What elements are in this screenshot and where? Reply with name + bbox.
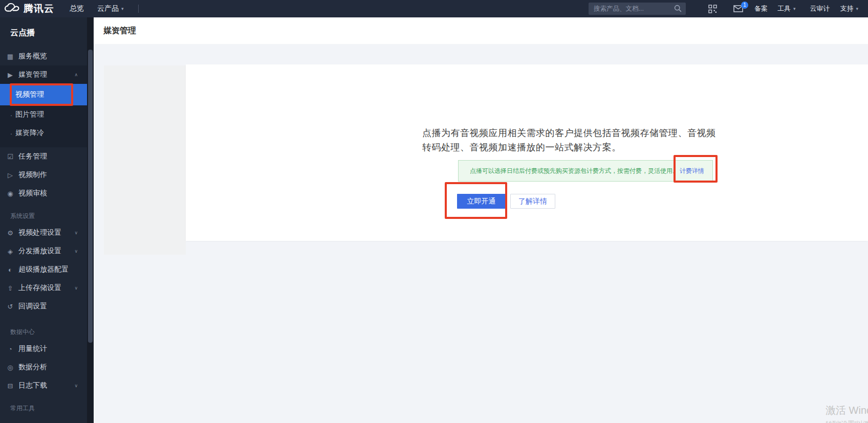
calendar-icon: ⊟ [6, 382, 14, 390]
sidebar-item-data-analysis[interactable]: ◎数据分析 [0, 358, 87, 376]
sidebar-item-label: 任务管理 [18, 152, 47, 161]
learn-more-button[interactable]: 了解详情 [510, 194, 555, 209]
sidebar-item-label: 视频制作 [18, 170, 47, 180]
sidebar-group-media-management: ▶媒资管理∧·视频管理·图片管理·媒资降冷 [0, 65, 87, 147]
sidebar-item-label: 数据分析 [18, 363, 47, 372]
sidebar-item-task-management[interactable]: ☑任务管理 [0, 147, 87, 166]
watermark-line1: 激活 Windows [826, 404, 868, 417]
sidebar-item-label: 视频管理 [15, 90, 44, 99]
search-box [589, 3, 686, 15]
chevron-up-icon: ∧ [74, 72, 78, 77]
play-outline-icon: ▷ [6, 171, 14, 179]
page-header-bar: 媒资管理 [94, 17, 868, 44]
service-description: 点播为有音视频应用相关需求的客户提供包括音视频存储管理、音视频 转码处理、音视频… [422, 126, 750, 154]
nav-tools[interactable]: 工具 ▾ [777, 4, 796, 13]
sidebar-item-super-player-config[interactable]: ◐超级播放器配置 [0, 260, 87, 279]
billing-detail-link[interactable]: 计费详情 [680, 167, 704, 175]
nav-cloud-products[interactable]: 云产品 ▾ [97, 4, 124, 13]
qr-scan-icon[interactable] [708, 5, 717, 13]
sidebar-item-label: 日志下载 [18, 381, 47, 390]
sidebar-item-label: 服务概览 [18, 52, 47, 61]
sidebar-section-common-tools: 常用工具 [0, 395, 87, 416]
upload-icon: ⇧ [6, 284, 14, 292]
chevron-down-icon: ∨ [74, 230, 78, 235]
billing-tip-text: 点播可以选择日结后付费或预先购买资源包计费方式，按需付费，灵活使用。 [470, 167, 679, 175]
chevron-down-icon: ∨ [74, 383, 78, 388]
billing-tip-banner: 点播可以选择日结后付费或预先购买资源包计费方式，按需付费，灵活使用。 计费详情 [458, 160, 713, 182]
pie-chart-icon: ◔ [6, 345, 14, 353]
callback-icon: ↺ [6, 303, 14, 310]
caret-down-icon: ▾ [121, 6, 124, 11]
content-left-panel [104, 65, 186, 255]
tencent-cloud-console: 腾讯云 总览 云产品 ▾ [0, 0, 868, 423]
sidebar-item-image-management[interactable]: ·图片管理 [0, 105, 87, 124]
sidebar-item-media-cooling[interactable]: ·媒资降冷 [0, 124, 87, 142]
service-description-line2: 转码处理、音视频加速播放的一站式解决方案。 [422, 140, 750, 154]
sidebar-item-label: 图片管理 [15, 110, 44, 119]
logo-text: 腾讯云 [24, 2, 54, 15]
sidebar-item-label: 超级播放器配置 [18, 265, 69, 274]
page-title: 媒资管理 [94, 17, 868, 44]
sidebar-item-label: 分发播放设置 [18, 247, 61, 256]
sidebar-menu: ▦服务概览▶媒资管理∧·视频管理·图片管理·媒资降冷☑任务管理▷视频制作◉视频审… [0, 47, 87, 416]
caret-down-icon: ▾ [793, 6, 796, 11]
sidebar-item-service-overview[interactable]: ▦服务概览 [0, 47, 87, 65]
sidebar-item-usage-statistics[interactable]: ◔用量统计 [0, 340, 87, 358]
sidebar-product-title: 云点播 [0, 17, 87, 47]
search-icon[interactable] [674, 5, 682, 14]
caret-down-icon: ▾ [856, 6, 858, 11]
analytics-icon: ◎ [6, 364, 14, 371]
sidebar-item-log-download[interactable]: ⊟日志下载∨ [0, 376, 87, 395]
sidebar-scrollbar-thumb[interactable] [88, 50, 93, 343]
sidebar-item-label: 用量统计 [18, 344, 47, 353]
grid-icon: ▦ [6, 53, 14, 60]
nav-beian[interactable]: 备案 [754, 4, 768, 13]
bullet-icon: · [7, 91, 15, 99]
distribution-icon: ◈ [6, 248, 14, 255]
windows-activation-watermark: 激活 Windows 转到“设置”以激活 Windows。 [826, 404, 868, 423]
mail-icon[interactable]: 1 [733, 5, 743, 12]
top-navigation-bar: 腾讯云 总览 云产品 ▾ [0, 0, 868, 17]
checklist-icon: ☑ [6, 153, 14, 161]
play-circle-icon: ◉ [6, 190, 14, 197]
sidebar-item-distribution-playback-settings[interactable]: ◈分发播放设置∨ [0, 242, 87, 260]
mail-badge: 1 [741, 2, 748, 9]
nav-cloud-audit[interactable]: 云审计 [810, 4, 830, 13]
chevron-down-icon: ∨ [74, 249, 78, 254]
sidebar-item-video-production[interactable]: ▷视频制作 [0, 166, 87, 184]
service-description-line1: 点播为有音视频应用相关需求的客户提供包括音视频存储管理、音视频 [422, 126, 750, 140]
sidebar-section-system-settings: 系统设置 [0, 203, 87, 224]
sidebar-scrollbar-track [87, 17, 94, 423]
search-input[interactable] [589, 3, 686, 15]
sidebar-item-callback-settings[interactable]: ↺回调设置 [0, 297, 87, 316]
chevron-down-icon: ∨ [74, 285, 78, 291]
sidebar-item-video-management[interactable]: ·视频管理 [0, 84, 87, 105]
gear-icon: ⚙ [6, 229, 14, 237]
nav-support[interactable]: 支持 ▾ [840, 4, 858, 13]
video-icon: ▶ [6, 71, 14, 79]
sidebar-item-media-management[interactable]: ▶媒资管理∧ [0, 65, 87, 84]
sidebar-item-label: 上传存储设置 [18, 283, 61, 293]
vod-sidebar: 云点播 ▦服务概览▶媒资管理∧·视频管理·图片管理·媒资降冷☑任务管理▷视频制作… [0, 17, 87, 423]
tencent-cloud-logo-icon [4, 3, 19, 15]
player-config-icon: ◐ [6, 266, 14, 274]
sidebar-item-video-review[interactable]: ◉视频审核 [0, 184, 87, 203]
activate-now-button[interactable]: 立即开通 [457, 194, 506, 209]
sidebar-section-data-center: 数据中心 [0, 316, 87, 340]
topbar-divider [138, 5, 139, 13]
sidebar-item-label: 视频处理设置 [18, 228, 61, 237]
sidebar-item-label: 媒资管理 [18, 70, 47, 79]
sidebar-item-label: 回调设置 [18, 302, 47, 311]
sidebar-item-label: 媒资降冷 [15, 128, 44, 138]
watermark-line2: 转到“设置”以激活 Windows。 [826, 419, 868, 423]
nav-overview[interactable]: 总览 [70, 4, 84, 13]
sidebar-item-video-processing-settings[interactable]: ⚙视频处理设置∨ [0, 224, 87, 242]
tencent-cloud-logo[interactable]: 腾讯云 [4, 2, 54, 15]
sidebar-item-label: 视频审核 [18, 189, 47, 198]
sidebar-item-upload-storage-settings[interactable]: ⇧上传存储设置∨ [0, 279, 87, 297]
bullet-icon: · [7, 110, 15, 119]
bullet-icon: · [7, 129, 15, 138]
